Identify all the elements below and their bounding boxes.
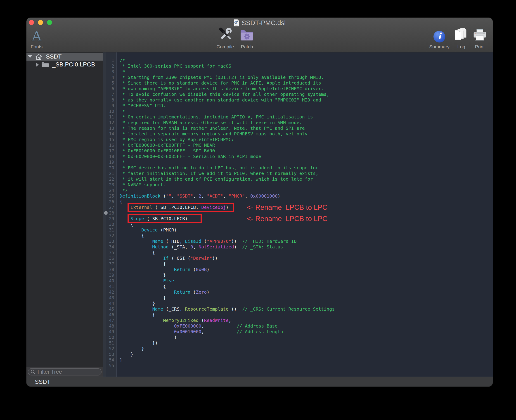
filter-tree-input[interactable]: Filter Tree [28,368,101,375]
code-line[interactable]: } [120,295,493,301]
code-line[interactable]: { [120,250,493,255]
code-line[interactable]: * Starting from Z390 chipsets PMC (D31:F… [120,75,493,80]
code-line[interactable]: * [120,159,493,165]
code-line[interactable] [120,210,493,216]
code-line[interactable]: Scope (_SB.PCI0.LPCB) [120,216,493,222]
code-line[interactable]: { [120,312,493,318]
code-line[interactable]: * On certain implementations, including … [120,114,493,120]
code-line[interactable] [120,363,493,368]
code-line[interactable]: * faster initialisation. If we add it to… [120,171,493,176]
code-line[interactable]: * own naming "APP9876" to access this de… [120,86,493,91]
code-line[interactable]: ) [120,335,493,340]
zoom-button[interactable] [47,20,52,25]
sidebar-item-label: _SB.PCI0.LPCB [52,61,95,68]
log-button[interactable]: Log [455,24,468,50]
code-line[interactable]: * Since there is no standard device for … [120,80,493,86]
code-line[interactable]: * [120,108,493,114]
code-line[interactable]: * "PCHRESV" UID. [120,103,493,108]
line-number: 28 [106,210,116,216]
code-line[interactable]: DefinitionBlock ("", "SSDT", 2, "ACDT", … [120,193,493,199]
close-button[interactable] [29,20,34,25]
line-number: 37 [106,261,116,267]
compile-tools-icon [218,27,233,43]
code-line[interactable]: * as they normally use another non-stand… [120,97,493,103]
code-line[interactable]: * The reason for this is rather unclear.… [120,126,493,131]
code-line[interactable]: Return (0x0B) [120,267,493,272]
compile-label: Compile [216,44,234,50]
code-line[interactable]: * 0xFE000000~0xFE00FFFF - PMC MBAR [120,142,493,148]
code-line[interactable]: { [120,233,493,239]
patch-label: Patch [241,44,253,50]
code-line[interactable]: * PMC region is used by AppleIntelPCHPMC… [120,137,493,142]
code-line[interactable]: Return (Zero) [120,289,493,295]
code-line[interactable]: { [120,199,493,205]
code-line[interactable]: Memory32Fixed (ReadWrite, [120,318,493,323]
code-line[interactable]: * NVRAM support. [120,182,493,188]
patch-button[interactable]: Patch [240,24,254,50]
line-number: 9 [106,103,116,108]
line-number: 21 [106,171,116,176]
code-line[interactable]: * required for NVRAM access. Otherwise i… [120,120,493,126]
code-line[interactable]: } [120,352,493,357]
printer-icon [473,29,487,43]
line-number: 46 [106,312,116,318]
search-icon [30,369,36,374]
print-button[interactable]: Print [473,24,487,50]
code-line[interactable]: } [120,357,493,363]
line-number: 1 [106,58,116,63]
code-line[interactable]: * 0xFE020000~0xFE035FFF - SerialIo BAR i… [120,154,493,159]
fonts-button[interactable]: A Fonts [31,24,43,50]
line-number: 4 [106,75,116,80]
line-number: 22 [106,176,116,182]
line-number: 15 [106,137,116,142]
line-number: 26 [106,199,116,205]
code-line[interactable]: } [120,272,493,278]
code-line[interactable]: /* [120,58,493,63]
code-line[interactable]: } [120,346,493,352]
code-lines: /* * Intel 300-series PMC support for ma… [117,52,493,377]
line-number: 27 [106,205,116,210]
code-line[interactable]: { [120,222,493,227]
code-line[interactable]: External (_SB_.PCI0.LPCB, DeviceObj) [120,205,493,210]
sidebar-item-sb-pci0-lpcb[interactable]: _SB.PCI0.LPCB [26,60,103,68]
code-editor[interactable]: 1234567891011121314151617181920212223242… [103,52,493,377]
line-number: 45 [106,306,116,312]
log-pages-icon [455,28,468,43]
code-line[interactable]: Else [120,278,493,284]
sidebar-item-ssdt[interactable]: SSDT [26,53,103,60]
code-line[interactable]: Name (_HID, EisaId ("APP9876")) // _HID:… [120,239,493,244]
code-line[interactable]: } [120,301,493,306]
code-line[interactable]: If (_OSI ("Darwin")) [120,255,493,261]
code-line[interactable]: * 0xFE010000~0xFE010FFF - SPI BAR0 [120,148,493,154]
disclosure-expanded-icon[interactable] [28,55,32,58]
code-line[interactable]: Method (_STA, 0, NotSerialized) // _STA:… [120,244,493,250]
minimize-button[interactable] [38,20,43,25]
disclosure-collapsed-icon[interactable] [36,63,39,67]
code-line[interactable]: * PMC device has nothing to do to LPC bu… [120,165,493,171]
code-line[interactable]: * it will start in the end of PCI config… [120,176,493,182]
code-line[interactable]: { [120,261,493,267]
code-line[interactable]: { [120,284,493,289]
code-line[interactable]: * [120,69,493,75]
house-icon [35,53,43,60]
code-line[interactable]: }) [120,340,493,346]
compile-button[interactable]: Compile [216,24,234,50]
line-number: 2 [106,63,116,69]
line-number: 53 [106,352,116,357]
code-line[interactable]: * located in separate memory regions and… [120,131,493,137]
code-line[interactable]: * Intel 300-series PMC support for macOS [120,63,493,69]
status-text: SSDT [35,378,50,385]
line-number: 40 [106,278,116,284]
line-number: 20 [106,165,116,171]
code-line[interactable]: Device (PMCR) [120,227,493,233]
code-line[interactable]: * To avoid confusion we disable this dev… [120,91,493,97]
maciasl-window: DSL SSDT-PMC.dsl A Fonts Compile [26,18,493,387]
line-number: 54 [106,357,116,363]
line-number: 14 [106,131,116,137]
traffic-lights [29,20,52,25]
summary-button[interactable]: i Summary [429,24,449,50]
code-line[interactable]: */ [120,188,493,193]
code-line[interactable]: Name (_CRS, ResourceTemplate () // _CRS:… [120,306,493,312]
code-line[interactable]: 0x00010000, // Address Length [120,329,493,335]
code-line[interactable]: 0xFE000000, // Address Base [120,323,493,329]
